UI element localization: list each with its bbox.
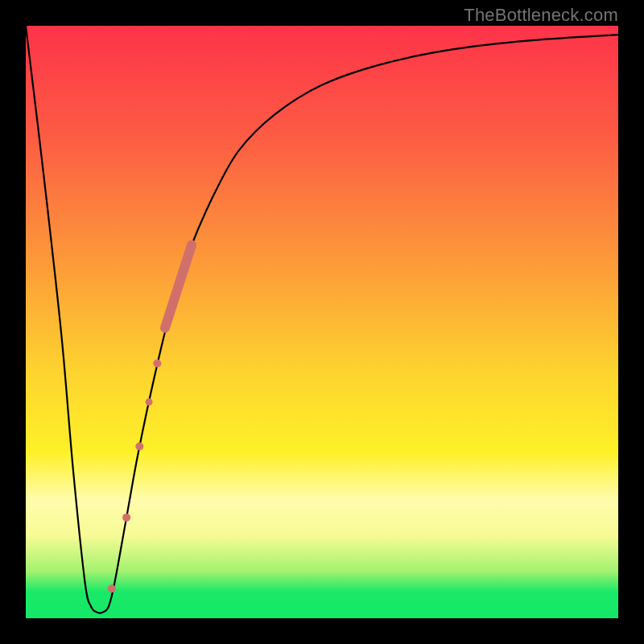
watermark-text: TheBottleneck.com [464,5,618,26]
marker-dot [122,514,130,522]
marker-segment [165,245,192,328]
curve-path [26,26,618,613]
marker-layer [108,245,192,592]
chart-svg [26,26,618,618]
plot-area [26,26,618,618]
marker-dot [135,443,143,451]
marker-dot [108,584,116,592]
marker-dot [146,398,153,406]
marker-dot [153,360,161,368]
chart-frame: TheBottleneck.com [0,0,644,644]
bottleneck-curve [26,26,618,613]
